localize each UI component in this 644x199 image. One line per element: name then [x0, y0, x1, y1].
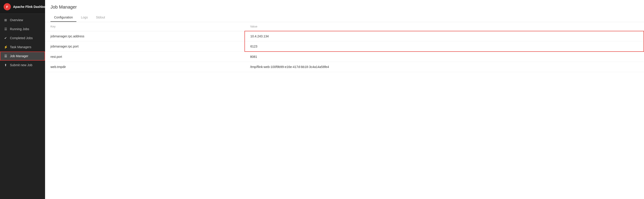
svg-text:F: F [6, 5, 8, 9]
config-value: 8081 [245, 51, 644, 62]
sidebar-navigation: ⊞ Overview ☰ Running Jobs ✔ Completed Jo… [0, 14, 45, 199]
list-alt-icon: ☰ [4, 54, 8, 58]
flink-logo-icon: F [4, 3, 11, 10]
config-table-container: Key Value jobmanager.rpc.address10.4.243… [45, 22, 644, 199]
tab-configuration[interactable]: Configuration [50, 13, 76, 22]
page-title: Job Manager [50, 4, 638, 10]
sidebar-item-job-manager[interactable]: ☰ Job Manager [0, 51, 45, 61]
tab-logs[interactable]: Logs [77, 13, 91, 22]
tab-stdout[interactable]: Stdout [92, 13, 108, 22]
sidebar-item-overview[interactable]: ⊞ Overview [0, 15, 45, 24]
main-content: Job Manager Configuration Logs Stdout Ke… [45, 0, 644, 199]
table-header-row: Key Value [45, 22, 644, 31]
grid-icon: ⊞ [4, 18, 8, 22]
users-icon: ⚡ [4, 45, 8, 49]
config-key: rest.port [45, 51, 245, 62]
sidebar-item-submit-new-job[interactable]: ⬆ Submit new Job [0, 61, 45, 70]
table-row: jobmanager.rpc.address10.4.243.134 [45, 31, 644, 41]
table-row: rest.port8081 [45, 51, 644, 62]
check-circle-icon: ✔ [4, 36, 8, 40]
page-header: Job Manager Configuration Logs Stdout [45, 0, 644, 22]
app-title: Apache Flink Dashboard [13, 5, 50, 8]
sidebar-item-completed-jobs[interactable]: ✔ Completed Jobs [0, 33, 45, 42]
table-row: web.tmpdir/tmp/flink-web-100f9b99-e16e-4… [45, 62, 644, 72]
config-table-body: jobmanager.rpc.address10.4.243.134jobman… [45, 31, 644, 72]
sidebar-item-running-jobs-label: Running Jobs [10, 27, 29, 31]
config-value: 10.4.243.134 [245, 31, 644, 41]
sidebar-item-submit-new-job-label: Submit new Job [10, 63, 32, 67]
sidebar-item-overview-label: Overview [10, 18, 23, 22]
sidebar-item-running-jobs[interactable]: ☰ Running Jobs [0, 24, 45, 33]
sidebar: F Apache Flink Dashboard ⊞ Overview ☰ Ru… [0, 0, 45, 199]
config-value: /tmp/flink-web-100f9b99-e16e-417d-bb18-3… [245, 62, 644, 72]
sidebar-item-task-managers-label: Task Managers [10, 45, 31, 49]
col-header-value: Value [245, 22, 644, 31]
config-key: jobmanager.rpc.port [45, 41, 245, 52]
config-table: Key Value jobmanager.rpc.address10.4.243… [45, 22, 644, 72]
config-value: 6123 [245, 41, 644, 52]
tab-bar: Configuration Logs Stdout [50, 13, 638, 22]
sidebar-logo[interactable]: F Apache Flink Dashboard [0, 0, 45, 14]
sidebar-item-task-managers[interactable]: ⚡ Task Managers [0, 42, 45, 51]
list-icon: ☰ [4, 27, 8, 31]
sidebar-item-completed-jobs-label: Completed Jobs [10, 36, 33, 40]
col-header-key: Key [45, 22, 245, 31]
sidebar-item-job-manager-label: Job Manager [10, 54, 28, 58]
table-row: jobmanager.rpc.port6123 [45, 41, 644, 52]
config-key: jobmanager.rpc.address [45, 31, 245, 41]
upload-icon: ⬆ [4, 63, 8, 67]
config-key: web.tmpdir [45, 62, 245, 72]
